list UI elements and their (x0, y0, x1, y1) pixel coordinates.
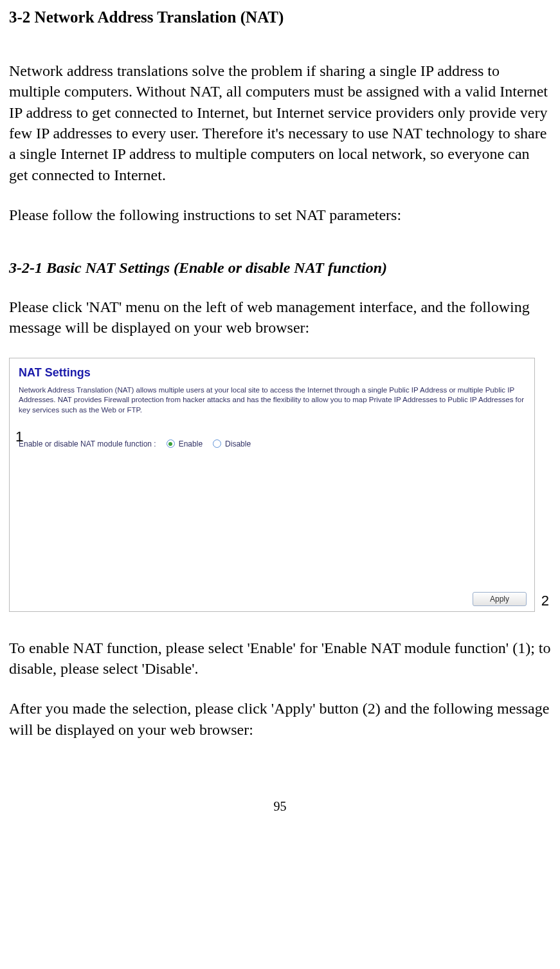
page-number: 95 (9, 798, 551, 828)
section-para-2: Please follow the following instructions… (9, 205, 551, 225)
subsection-title: 3-2-1 Basic NAT Settings (Enable or disa… (9, 257, 551, 278)
subsection-para-1: Please click 'NAT' menu on the left of w… (9, 297, 551, 338)
panel-description: Network Address Translation (NAT) allows… (19, 385, 525, 416)
apply-button[interactable]: Apply (473, 592, 527, 606)
radio-disable-group[interactable]: Disable (213, 439, 251, 449)
radio-enable-group[interactable]: Enable (167, 439, 203, 449)
radio-disable-label: Disable (225, 439, 251, 449)
section-para-1: Network address translations solve the p… (9, 60, 551, 185)
radio-enable-label: Enable (179, 439, 203, 449)
callout-1: 1 (15, 427, 23, 447)
panel-title: NAT Settings (19, 365, 525, 380)
screenshot-container: NAT Settings Network Address Translation… (9, 358, 549, 612)
after-para-1: To enable NAT function, please select 'E… (9, 638, 551, 679)
after-para-2: After you made the selection, please cli… (9, 698, 551, 740)
nat-enable-row: Enable or disable NAT module function : … (19, 439, 525, 449)
nat-settings-panel: NAT Settings Network Address Translation… (9, 358, 535, 612)
section-title: 3-2 Network Address Translation (NAT) (9, 6, 551, 28)
radio-disable-icon[interactable] (213, 439, 221, 448)
radio-enable-icon[interactable] (167, 439, 175, 448)
nat-enable-label: Enable or disable NAT module function : (19, 439, 156, 449)
callout-2: 2 (541, 591, 549, 611)
